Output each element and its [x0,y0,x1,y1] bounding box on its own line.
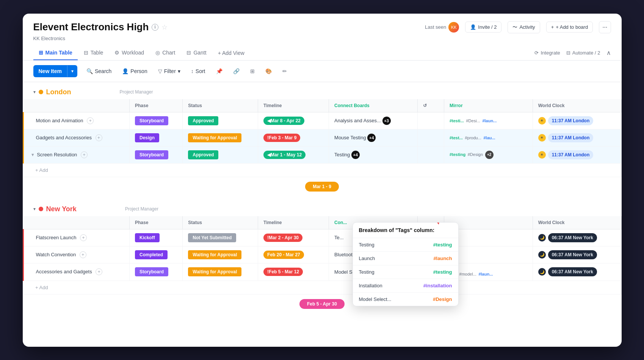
newyork-group-header: ▾ New York Project Manager [23,199,622,216]
london-chevron[interactable]: ▾ [33,89,36,95]
sun-icon: ☀ [538,117,546,125]
status-badge[interactable]: Waiting for Approval [188,250,241,259]
add-subitem-button[interactable]: + [80,234,87,241]
tabs-right: ⟳ Integrate ⊟ Automate / 2 ∧ [534,49,611,56]
add-subitem-button[interactable]: + [96,268,102,275]
phase-badge[interactable]: Storyboard [135,116,168,125]
row-phase-cell: Design [130,129,183,146]
add-subitem-button[interactable]: + [87,117,94,124]
row-phase-cell: Storyboard [130,112,183,129]
add-to-board-button[interactable]: + + Add to board [546,22,593,33]
tab-table[interactable]: ⊟ Table [78,46,108,60]
search-button[interactable]: 🔍 Search [82,65,116,77]
status-badge[interactable]: Not Yet Submitted [188,233,236,242]
london-pm-label: Project Manager [119,89,153,95]
info-icon[interactable]: ℹ [152,24,158,31]
row-clock-cell: 🌙 06:37 AM New York [533,263,621,281]
newyork-table-wrapper: Phase Status Timeline Con... World Clock [23,216,622,295]
phase-badge[interactable]: Storyboard [135,267,168,276]
newyork-chevron[interactable]: ▾ [33,206,36,212]
add-view-button[interactable]: + Add View [213,46,250,60]
col-status-ny: Status [183,216,258,229]
add-subitem-button[interactable]: + [80,251,86,258]
invite-button[interactable]: 👤 Invite / 2 [465,22,501,33]
person-button[interactable]: 👤 Person [118,65,152,77]
status-badge[interactable]: Waiting for Approval [188,267,241,276]
phase-badge[interactable]: Completed [135,250,168,259]
new-item-button-group: New Item ▾ [33,65,77,77]
add-subitem-button[interactable]: + [96,134,102,141]
row-clock-cell: 🌙 06:37 AM New York [533,246,621,263]
col-world-clock-ny: World Clock [533,216,621,229]
newyork-group: ▾ New York Project Manager Phase Status … [23,199,622,313]
activity-button[interactable]: 〜 Activity [508,21,540,33]
row-tags-cell: #testing #Design +2 [444,146,533,163]
palette-button[interactable]: 🎨 [261,65,276,77]
add-subitem-button[interactable]: + [81,151,88,158]
london-header-row: Phase Status Timeline Connect Boards ↺ M… [23,99,621,112]
status-badge[interactable]: Waiting for Approval [188,133,241,142]
tab-workload[interactable]: ⚙ Workload [109,46,149,60]
columns-icon: ⊞ [250,68,255,74]
newyork-pm-label: Project Manager [125,206,158,212]
integrate-button[interactable]: ⟳ Integrate [534,50,560,56]
col-status: Status [183,99,258,112]
draw-button[interactable]: ✏ [278,65,291,77]
link-button[interactable]: 🔗 [229,65,244,77]
connect-count-badge: +3 [382,117,391,125]
table-row: Watch Convention + Completed Waiting for… [23,246,621,263]
phase-badge[interactable]: Storyboard [135,150,168,159]
row-status-cell: Approved [183,112,258,129]
new-item-main-button[interactable]: New Item [33,65,67,77]
moon-icon: 🌙 [538,268,546,276]
sort-button[interactable]: ↕ Sort [186,65,210,77]
collapse-button[interactable]: ∧ [606,49,611,56]
add-london-row[interactable]: + Add [23,163,621,177]
row-name-cell: Gadgets and Accessories + [23,129,130,146]
row-refresh-cell [417,112,444,129]
row-clock-cell: ☀ 11:37 AM London [533,146,621,163]
row-phase-cell: Storyboard [130,263,183,281]
row-name-cell: Accessories and Gadgets + [23,263,130,281]
row-connect-cell: Analysis and Asses... +3 [329,112,418,129]
row-timeline-cell: ! Mar 2 - Apr 30 [258,229,329,246]
tags-extra-badge[interactable]: +2 [485,151,494,159]
status-badge[interactable]: Approved [188,150,218,159]
row-name-cell: Flatscreen Launch + [23,229,130,246]
new-item-dropdown-button[interactable]: ▾ [67,65,77,77]
tooltip-row-2: Testing #testing [353,265,458,279]
filter-icon: ▽ [158,68,162,74]
col-connect-boards: Connect Boards [329,99,418,112]
more-options-button[interactable]: ··· [599,21,611,33]
col-world-clock: World Clock [533,99,621,112]
columns-button[interactable]: ⊞ [246,65,259,77]
table-row: Accessories and Gadgets + Storyboard Wai… [23,263,621,281]
star-icon[interactable]: ☆ [161,23,168,31]
app-container: Elevent Electronics High ℹ ☆ Last seen K… [23,14,622,347]
timeline-badge: ◀ Mar 8 - Apr 22 [263,117,304,125]
tab-gantt[interactable]: ⊟ Gantt [181,46,212,60]
palette-icon: 🎨 [265,68,272,74]
row-status-cell: Waiting for Approval [183,246,258,263]
phase-badge[interactable]: Kickoff [135,233,160,242]
tab-main-table[interactable]: ⊞ Main Table [33,46,78,60]
london-table: Phase Status Timeline Connect Boards ↺ M… [23,99,622,177]
phase-badge[interactable]: Design [135,133,159,142]
main-content: ▾ London Project Manager Phase Status Ti… [23,82,622,347]
sun-icon: ☀ [538,151,546,159]
row-name-cell: ▾ Screen Resolution + [23,146,130,163]
filter-button[interactable]: ▽ Filter ▾ [154,65,185,77]
gantt-icon: ⊟ [186,50,191,56]
add-newyork-row[interactable]: + Add [23,281,621,294]
tab-chart[interactable]: ◎ Chart [150,46,180,60]
row-connect-cell: Mouse Testing +4 [329,129,418,146]
london-table-wrapper: Phase Status Timeline Connect Boards ↺ M… [23,99,622,177]
status-badge[interactable]: Approved [188,116,218,125]
workload-icon: ⚙ [114,50,119,56]
user-avatar: KK [448,22,459,33]
toolbar: New Item ▾ 🔍 Search 👤 Person ▽ Filter ▾ … [23,61,622,82]
automate-button[interactable]: ⊟ Automate / 2 [566,50,600,56]
pin-button[interactable]: 📌 [212,65,227,77]
row-name-cell: Motion and Animation + [23,112,130,129]
row-status-cell: Waiting for Approval [183,129,258,146]
